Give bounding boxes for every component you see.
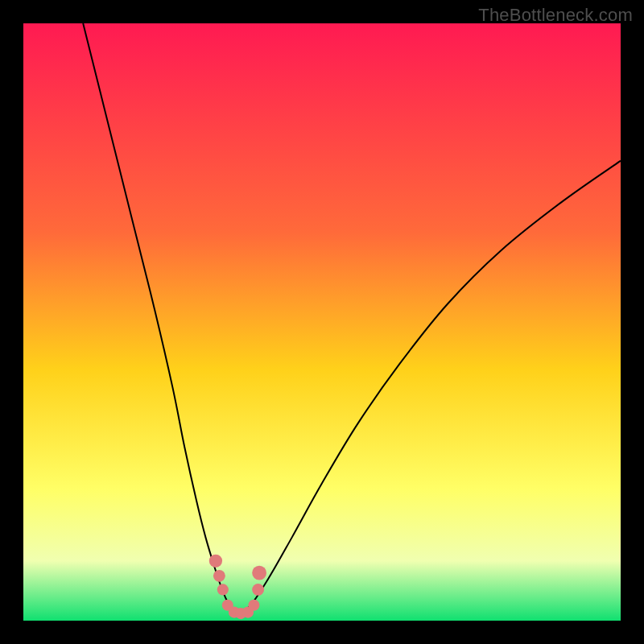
chart-frame: TheBottleneck.com — [0, 0, 644, 644]
data-marker — [252, 566, 266, 580]
data-marker — [209, 555, 222, 568]
data-marker — [213, 570, 225, 582]
data-marker — [217, 584, 229, 595]
watermark-text: TheBottleneck.com — [478, 5, 633, 26]
plot-area — [23, 23, 621, 621]
data-marker — [248, 600, 259, 611]
bottleneck-chart — [23, 23, 621, 621]
gradient-background — [23, 23, 621, 621]
data-marker — [252, 584, 264, 596]
